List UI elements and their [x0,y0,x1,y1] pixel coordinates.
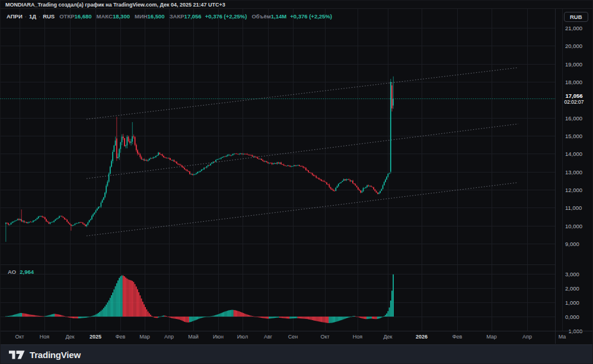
price-axis[interactable]: RUB 21,00020,00019,00018,00016,00015,000… [556,9,593,331]
price-chart-area[interactable] [1,9,555,331]
price-tick-label: 14,000 [565,151,582,157]
ao-tick-label: 0,000 [565,314,579,320]
volume-change: +0,376 (+2,25%) [290,13,332,20]
time-axis-label: 2025 [90,334,101,340]
price-change: +0,376 (+2,25%) [205,13,247,20]
price-tick-label: 20,000 [565,43,582,49]
time-axis-label: Ма [559,334,566,340]
time-axis-label: Авг [264,334,272,340]
ohlc-field-label: ОТКР [59,13,74,20]
time-axis-separator [1,331,593,331]
footer-bar: TradingView [1,344,593,364]
ao-tick-label: 2,000 [565,285,579,292]
price-tick-label: 16,000 [565,114,582,121]
price-tick-label: 12,000 [565,186,582,193]
interval-label[interactable]: 1Д [29,13,36,20]
currency-button[interactable]: RUB [564,12,588,22]
ohlc-field-label: ЗАКР [170,13,184,20]
legend-separator: · [39,13,40,20]
price-tick-label: 10,000 [565,222,582,229]
tradingview-brand-text[interactable]: TradingView [30,350,81,360]
attribution-text: MONDIARA_Trading создал(а) график на Tra… [5,2,225,8]
time-axis-label: Дек [65,334,74,340]
pane-separator[interactable] [1,264,555,265]
time-axis-label: Июн [213,334,224,340]
ohlc-field-label: МАКС [97,13,113,20]
price-tick-label: 21,000 [565,25,582,31]
time-axis[interactable]: ОктНояДек2025ФевМарАпрМайИюнИюлАвгСенОкт… [1,331,593,344]
time-axis-label: Фев [116,334,126,340]
time-axis-label: 2026 [416,334,428,340]
time-axis-label: Дек [383,334,392,340]
ohlc-field-value: 18,300 [113,13,130,20]
ao-value: 2,964 [20,269,34,275]
time-axis-label: Окт [15,334,24,340]
time-axis-label: Ноя [40,334,49,340]
attribution-bar: MONDIARA_Trading создал(а) график на Tra… [1,1,592,9]
ohlc-field-value: 16,500 [148,13,165,20]
price-tick-label: 15,000 [565,132,582,139]
bar-countdown: 02:02:07 [556,99,592,105]
time-axis-label: Май [188,334,199,340]
tradingview-chart-widget: MONDIARA_Trading создал(а) график на Tra… [0,0,593,364]
ohlc-field-value: 17,056 [184,13,202,20]
price-tick-label: 9,000 [565,240,579,247]
ao-label[interactable]: AO [8,269,16,275]
time-axis-label: Окт [320,334,329,340]
time-axis-label: Фев [452,334,463,340]
price-tick-label: 13,000 [565,168,582,175]
volume-value: 1,14M [271,13,286,20]
last-price-value: 17,056 [556,92,592,99]
legend-separator: · [25,13,27,20]
price-tick-label: 18,000 [565,78,582,85]
ao-tick-label: 1,000 [565,299,579,306]
exchange-label: RUS [43,13,55,20]
price-tick-label: 11,000 [565,205,582,211]
time-axis-label: Апр [164,334,174,340]
time-axis-label: Мар [486,334,497,340]
volume-label: Объём [251,13,270,20]
symbol-legend: АПРИ · 1Д · RUS ОТКР16,680МАКС18,300МИН1… [7,12,332,20]
time-axis-label: Мар [139,334,150,340]
symbol-name[interactable]: АПРИ [7,13,23,20]
time-axis-label: Сен [288,334,298,340]
time-axis-label: Апр [522,334,532,340]
price-tick-label: 19,000 [565,60,582,67]
tradingview-logo-icon[interactable] [9,350,25,360]
ohlc-field-value: 16,680 [75,13,92,20]
ao-tick-label: 3,000 [565,271,579,277]
ohlc-fields: ОТКР16,680МАКС18,300МИН16,500ЗАКР17,056 [55,13,201,20]
last-price-tag[interactable]: 17,056 02:02:07 [556,92,592,106]
time-axis-label: Июл [237,334,248,340]
ao-indicator-legend: AO2,964 [8,269,34,275]
time-axis-label: Ноя [353,334,362,340]
ohlc-field-label: МИН [135,13,148,20]
axis-separator [555,9,556,344]
